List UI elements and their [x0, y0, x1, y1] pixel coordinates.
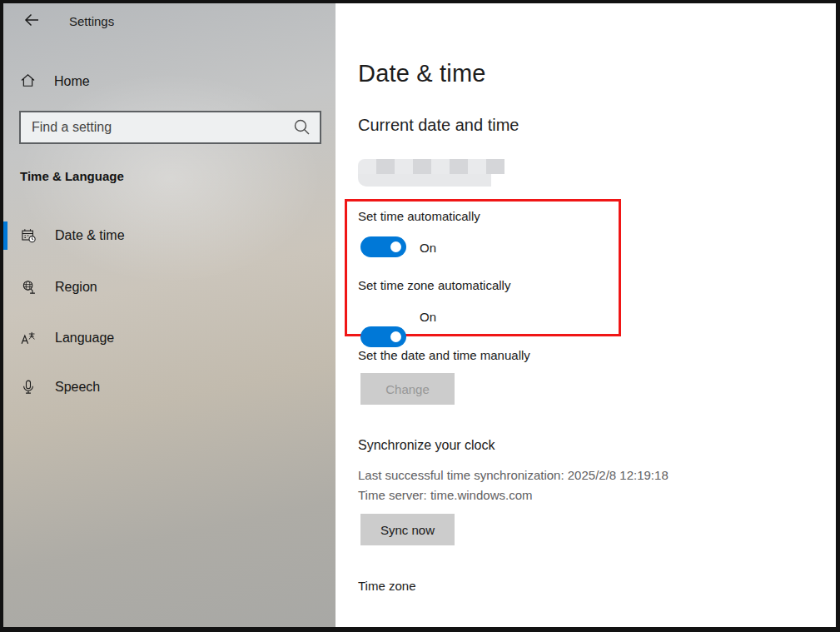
sidebar-item-label: Date & time — [55, 228, 125, 243]
change-button: Change — [360, 373, 455, 405]
microphone-icon — [20, 379, 37, 396]
sidebar-item-speech[interactable]: Speech — [3, 373, 336, 401]
set-time-zone-automatically-toggle[interactable] — [360, 326, 406, 347]
sidebar-item-label: Home — [54, 74, 90, 89]
sidebar-item-date-time[interactable]: Date & time — [3, 221, 336, 250]
home-icon — [20, 72, 36, 92]
toggle-knob — [390, 241, 401, 252]
time-zone-heading: Time zone — [358, 579, 415, 593]
set-manually-label: Set the date and time manually — [358, 348, 530, 362]
back-arrow-icon — [23, 12, 40, 32]
toggle-knob — [390, 331, 401, 342]
sidebar-group-title: Time & Language — [20, 169, 124, 183]
sync-now-button[interactable]: Sync now — [360, 514, 455, 545]
globe-icon — [20, 279, 37, 296]
search-box[interactable] — [19, 111, 321, 144]
sidebar-item-home[interactable]: Home — [13, 67, 326, 97]
page-title: Date & time — [358, 60, 486, 87]
sidebar-item-label: Language — [55, 331, 114, 346]
current-date-time-redacted — [358, 159, 504, 187]
search-input[interactable] — [21, 120, 291, 135]
screen-frame: Settings Home Time & Language — [0, 0, 840, 632]
back-button[interactable] — [19, 9, 44, 34]
search-icon[interactable] — [291, 117, 313, 138]
set-time-automatically-toggle[interactable] — [360, 236, 406, 257]
synchronize-clock-heading: Synchronize your clock — [358, 438, 495, 453]
set-time-zone-automatically-label: Set time zone automatically — [358, 278, 510, 292]
sidebar-item-label: Region — [55, 280, 97, 295]
settings-window: Settings Home Time & Language — [3, 3, 836, 627]
current-date-time-heading: Current date and time — [358, 116, 519, 135]
time-server-text: Time server: time.windows.com — [358, 485, 533, 505]
sidebar-item-region[interactable]: Region — [3, 273, 336, 301]
language-icon — [20, 330, 37, 346]
sidebar-item-label: Speech — [55, 380, 100, 395]
sidebar: Settings Home Time & Language — [3, 3, 336, 627]
app-title: Settings — [69, 14, 114, 28]
set-time-automatically-label: Set time automatically — [358, 209, 480, 223]
set-time-automatically-state: On — [420, 241, 436, 255]
last-sync-text: Last successful time synchronization: 20… — [358, 465, 669, 485]
main-panel: Date & time Current date and time Set ti… — [336, 3, 836, 627]
calendar-clock-icon — [20, 227, 37, 244]
set-time-zone-automatically-state: On — [420, 310, 436, 324]
sidebar-item-language[interactable]: Language — [3, 324, 336, 352]
